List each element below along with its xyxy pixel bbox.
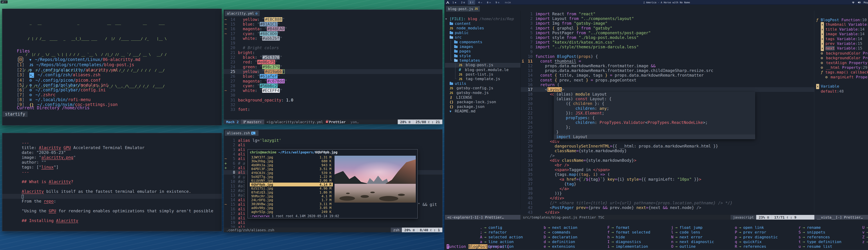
workspace-button[interactable]: 3 V	[468, 0, 475, 5]
tray-icons[interactable]: ◉Ƀ❐!	[2, 1, 6, 3]
wifi-icon[interactable]	[851, 1, 855, 4]
code-line[interactable]: 19	[224, 40, 442, 45]
explorer-row[interactable]: public	[445, 31, 521, 35]
code-line[interactable]: 5 import PostPager from "../components/p…	[521, 31, 814, 35]
code-line[interactable]: 40 </div>	[521, 196, 814, 200]
vista-row[interactable]: xnext Variable:15	[816, 46, 868, 51]
code-line[interactable]: 39 ))}	[521, 191, 814, 196]
code-line[interactable]: 21 bright:	[224, 50, 442, 55]
code-line[interactable]: 32	[224, 102, 442, 107]
workspace-button[interactable]: 8 ✉	[485, 0, 493, 5]
vista-row[interactable]: xtags Variable:14	[816, 37, 868, 41]
code-line[interactable]: 10 function BlogPost(props) {	[521, 54, 814, 59]
doc-line[interactable]: image: "alacritty.png"	[2, 155, 222, 160]
picker-file-row[interactable]: 6iibVNY.jpg 2.06 M	[250, 178, 333, 183]
code-line[interactable]: 31 background_opacity: 1.0	[224, 98, 442, 102]
code-line[interactable]: 19 ali	[224, 220, 442, 225]
code-line[interactable]: 33 <br />	[521, 163, 814, 167]
code-line[interactable]: 28 cyan: "#56b6c2"	[224, 83, 442, 88]
picker-file-row[interactable]: 24LrDFQ.jpg 1.7 M	[250, 198, 333, 202]
explorer-row[interactable]: JS gatsby-config.js	[445, 86, 521, 91]
code-line[interactable]: 7 import "katex/dist/katex.min.css"	[521, 40, 814, 45]
code-line[interactable]: 16 return (	[521, 83, 814, 87]
code-line[interactable]: 22 black: "#5c6370"	[224, 55, 442, 60]
startify-entry[interactable]: [2] ⚙ ~/.config/alacritty/alacritty.yml	[17, 67, 140, 73]
code-line[interactable]: 43 </div>	[521, 210, 814, 215]
vista-row[interactable]: ⚙ textAlign Property:25	[816, 60, 868, 65]
music-player-module[interactable]: ♫ America - A Horse with No Name	[643, 1, 690, 4]
vista-row[interactable]: xVariable	[816, 84, 868, 89]
doc-line[interactable]	[2, 204, 222, 209]
picker-file-row[interactable]: 4bORVJa.jpg 943 K	[250, 163, 333, 167]
explorer-row[interactable]: JS node_modules	[445, 26, 521, 31]
code-line[interactable]: 30 className={style.markdownBody}	[521, 148, 814, 153]
code-line[interactable]: 28 <div	[521, 139, 814, 144]
code-line[interactable]: 24 green: "#98c379"	[224, 64, 442, 69]
doc-line[interactable]	[2, 184, 222, 189]
workspace-button[interactable]: 2 ▤	[459, 0, 467, 5]
explorer-row[interactable]: │ style	[445, 54, 521, 58]
startify-entry[interactable]: [7] ⚙ ~/.zshrc	[17, 92, 140, 97]
explorer-row[interactable]: │ JS blog-post.js	[445, 63, 521, 67]
code-line[interactable]: 1 alias lg='lazygit'	[224, 138, 442, 143]
startify-entry[interactable]: [6] ⚙ ~/.config/polybar/config.ini	[17, 88, 140, 92]
code-line[interactable]: 31 />	[521, 154, 814, 158]
startify-entry[interactable]: [5] ⚙ ~/.config/polybar/modules.ini	[17, 83, 140, 88]
code-line[interactable]: 13 props.data.markdownRemark.frontmatter…	[521, 68, 814, 73]
code-line[interactable]: 2 import Layout from "../components/layo…	[521, 16, 814, 21]
explorer-row[interactable]: ▾ [FILE]: blog /home/chris/Rep	[445, 17, 521, 21]
vista-row[interactable]: default:48	[816, 89, 868, 94]
doc-line[interactable]: author: ""	[2, 160, 222, 165]
picker-file-row[interactable]: 6QbF0pb.jpg 4.14 M	[250, 183, 333, 187]
picker-file-row[interactable]: 3JWY37f.jpg 1.31 M	[250, 155, 333, 159]
code-line[interactable]: 8 import "../style/themes/prism-darcula.…	[521, 45, 814, 49]
code-line[interactable]: 25 yellow: "#d19a66"	[224, 69, 442, 74]
code-line[interactable]: 37 {tag}	[521, 182, 814, 187]
picker-file-row[interactable]: 04PDl3F.jpg 3.51 M	[250, 167, 333, 171]
editor-alacritty-yml[interactable]: alacritty.yml ⚙ ~ 14 yellow: "#EBCB8B" ~…	[224, 9, 442, 124]
volume-icon[interactable]	[858, 1, 861, 4]
tab-alacritty-yml[interactable]: alacritty.yml ⚙	[225, 10, 260, 16]
doc-line[interactable]: ## What is Alacritty?	[2, 179, 222, 184]
vista-row[interactable]: ximage Variable:14	[816, 32, 868, 36]
doc-line[interactable]: From the repo:	[2, 199, 222, 204]
doc-line[interactable]	[2, 194, 222, 199]
system-tray[interactable]: ◉Ƀ❐!	[1, 0, 8, 3]
code-line[interactable]: ~ 16 magenta: "#B48EAD"	[224, 27, 442, 31]
doc-line[interactable]: ---	[2, 170, 222, 174]
explorer-row[interactable]: └ JS tag-template.js	[445, 77, 521, 82]
code-line[interactable]: 1 import React from "react"	[521, 12, 814, 16]
vista-row[interactable]: ƒ tags.map() callback Functi	[816, 70, 868, 75]
code-line[interactable]: 2 ali	[224, 143, 442, 147]
explorer-row[interactable]: └ templates	[445, 58, 521, 63]
explorer-row[interactable]: │ JS post-list.js	[445, 72, 521, 77]
picker-file-row[interactable]: aghr5Ip.jpg 249 K	[250, 210, 333, 214]
doc-line[interactable]: "Using the GPU for rendering enables opt…	[2, 209, 222, 213]
code-line[interactable]: 14 const { title, image, tags } = props.…	[521, 73, 814, 78]
vista-row[interactable]: ƒ BlogPost Function:10	[816, 18, 868, 22]
code-line[interactable]: 12 props.data.markdownRemark.frontmatter…	[521, 63, 814, 68]
code-line[interactable]: ~ 29 white: "#ECEFF4"	[224, 88, 442, 93]
workspace-button[interactable]: 1 ◉	[451, 0, 458, 5]
doc-line[interactable]: tags: ["linux"]	[2, 165, 222, 170]
terminal-startify[interactable]: _ __ _ __ ___ __ ___ / | / /__ ____ _ __…	[2, 9, 222, 126]
code-line[interactable]: 35 {tags.map((tag, i) => (	[521, 172, 814, 177]
explorer-row[interactable]: {} package-lock.json	[445, 100, 521, 105]
vista-row[interactable]: xprev Variable:15	[816, 41, 868, 46]
doc-line[interactable]: date: "2020-05-23"	[2, 150, 222, 155]
doc-line[interactable]: title: Alacritty GPU Accelerated Termina…	[2, 145, 222, 150]
explorer-row[interactable]: src	[445, 35, 521, 40]
code-line[interactable]: 6 import style from "./blog-post.module.…	[521, 35, 814, 40]
doc-line[interactable]: ---	[2, 140, 222, 145]
explorer-row[interactable]: {} package.json	[445, 104, 521, 109]
explorer-row[interactable]: content	[445, 21, 521, 26]
tab-aliases-zsh[interactable]: aliases.zsh >_	[225, 130, 258, 136]
code-line[interactable]: 23 red: "#e06c75"	[224, 60, 442, 64]
code-line[interactable]: 20 # Bright colors	[224, 46, 442, 50]
code-line[interactable]: 18 white: "#abb2bf"	[224, 36, 442, 40]
explorer-row[interactable]: JS gatsby-node.js	[445, 91, 521, 95]
doc-line[interactable]	[2, 213, 222, 218]
explorer-row[interactable]: utils	[445, 81, 521, 86]
code-line[interactable]: ~ 15 blue: "#81A1C1"	[224, 22, 442, 26]
vista-row[interactable]: xtitle Variable:14	[816, 27, 868, 32]
